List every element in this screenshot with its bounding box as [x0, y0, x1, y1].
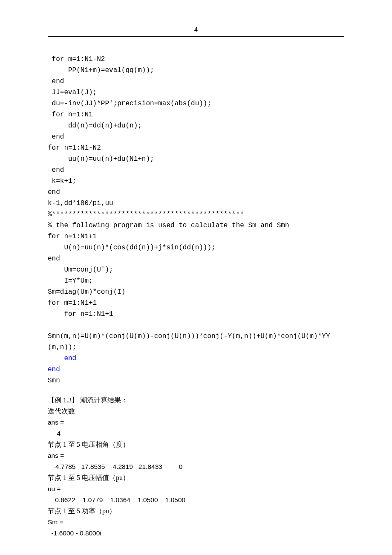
code-line: Smn(m,n)=U(m)*(conj(U(m))-conj(U(n)))*co…	[48, 332, 330, 340]
document-page: 4 for m=1:N1-N2 PP(N1+m)=eval(qq(m)); en…	[0, 0, 392, 555]
code-line	[48, 355, 64, 362]
voltage-angle-label: 节点 1 至 5 电压相角（度）	[48, 439, 344, 450]
code-line: k-1,dd*180/pi,uu	[48, 199, 113, 207]
code-keyword-end: end	[48, 366, 60, 373]
code-line: end	[48, 188, 60, 196]
code-line: I=Y*Um;	[48, 277, 93, 285]
code-line: for m=1:N1+1	[48, 299, 97, 307]
code-line: dd(n)=dd(n)+du(n);	[48, 122, 142, 130]
code-line: end	[48, 78, 64, 85]
code-line: end	[48, 255, 60, 263]
code-block: for m=1:N1-N2 PP(N1+m)=eval(qq(m)); end …	[48, 43, 344, 386]
code-line: k=k+1;	[48, 177, 76, 185]
voltage-magnitude-values: 0.8622 1.0779 1.0364 1.0500 1.0500	[48, 494, 344, 506]
code-line: du=-inv(JJ)*PP';precision=max(abs(du));	[48, 100, 211, 107]
uu-label: uu =	[48, 483, 344, 494]
code-line: U(n)=uu(n)*(cos(dd(n))+j*sin(dd(n)));	[48, 244, 216, 251]
code-line: Um=conj(U');	[48, 266, 113, 274]
results-title: 【例 1.3】 潮流计算结果：	[48, 395, 344, 406]
sm-value: -1.6000 - 0.8000i	[48, 528, 344, 539]
voltage-angle-values: -4.7785 17.8535 -4.2819 21.8433 0	[48, 461, 344, 472]
code-line: % the following program is used to calcu…	[48, 222, 289, 229]
code-line: %***************************************…	[48, 211, 244, 218]
page-number: 4	[48, 26, 344, 33]
code-keyword-end: end	[64, 355, 76, 362]
code-line: end	[48, 133, 64, 141]
code-line: Sm=diag(Um)*conj(I)	[48, 288, 125, 296]
code-line: for n=1:N1+1	[48, 310, 113, 318]
code-line: for n=1:N1	[48, 111, 93, 119]
code-line: PP(N1+m)=eval(qq(m));	[48, 66, 154, 74]
sm-label: Sm =	[48, 517, 344, 528]
code-line: JJ=eval(J);	[48, 89, 97, 96]
code-line: for n=1:N1-N2	[48, 144, 101, 152]
code-line: (m,n));	[48, 344, 76, 351]
spacer	[48, 386, 344, 395]
iteration-count-label: 迭代次数	[48, 406, 344, 417]
code-line: for n=1:N1+1	[48, 233, 97, 240]
code-line: uu(n)=uu(n)+du(N1+n);	[48, 155, 154, 163]
voltage-magnitude-label: 节点 1 至 5 电压幅值（pu）	[48, 472, 344, 483]
power-label: 节点 1 至 5 功率（pu）	[48, 506, 344, 517]
ans-label: ans =	[48, 417, 344, 428]
iteration-count-value: 4	[48, 428, 344, 439]
ans-label: ans =	[48, 450, 344, 461]
code-line: Smn	[48, 377, 60, 384]
header-rule	[48, 36, 344, 37]
code-line: for m=1:N1-N2	[48, 55, 105, 63]
code-line: end	[48, 166, 64, 174]
